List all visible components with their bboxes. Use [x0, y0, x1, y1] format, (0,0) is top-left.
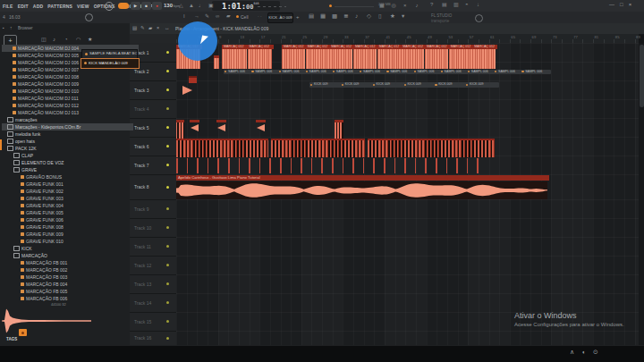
browser-item[interactable]: MARCAÇÃO MAICOM DJ 009: [2, 80, 139, 88]
wait-input-icon[interactable]: ♩: [199, 3, 204, 8]
pattern-clip[interactable]: SAMPL 006: [224, 70, 254, 75]
browser-item[interactable]: MARCAÇÃO FB 002: [2, 266, 147, 274]
overdub-icon[interactable]: ◎: [392, 3, 396, 8]
help-icon[interactable]: ?: [430, 2, 433, 7]
track-mute-led[interactable]: [166, 145, 169, 147]
track-mute-led[interactable]: [166, 337, 169, 340]
audio-clip[interactable]: [425, 49, 448, 69]
tray-expand-icon[interactable]: ∧: [570, 349, 574, 355]
pattern-clip-dense[interactable]: [271, 139, 365, 157]
arrow-clip[interactable]: [217, 124, 225, 131]
pattern-clip[interactable]: KICK 009: [341, 82, 375, 88]
typing-keyboard-icon[interactable]: ▦: [379, 3, 385, 8]
paint-tool-icon[interactable]: ▰: [148, 26, 152, 31]
track-mute-led[interactable]: [166, 164, 169, 166]
text-cursor-icon[interactable]: I: [183, 13, 185, 19]
pattern-clip[interactable]: SAMPL 006: [305, 70, 335, 75]
track-mute-led[interactable]: [166, 282, 169, 285]
audio-clip[interactable]: [401, 49, 424, 69]
track-mute-led[interactable]: [166, 88, 169, 91]
browser-item[interactable]: KICK: [2, 245, 140, 252]
browser-item[interactable]: GRAVÃO BONUS: [2, 173, 147, 181]
script-icon[interactable]: ▯: [378, 13, 382, 20]
pattern-clip[interactable]: KICK 009: [372, 82, 406, 88]
browser-item[interactable]: MARCAÇÃO MAICOM DJ 010: [2, 88, 139, 95]
speaker-icon[interactable]: ◖: [581, 349, 585, 355]
mixer-icon[interactable]: ≣: [343, 13, 348, 20]
audio-clip[interactable]: [449, 49, 472, 69]
track-header[interactable]: Track 12: [130, 256, 176, 275]
shuffle-slider[interactable]: [335, 6, 374, 7]
track-mute-led[interactable]: [166, 207, 169, 210]
track-header[interactable]: Track 15: [130, 312, 176, 332]
playlist-icon[interactable]: ▤: [309, 13, 314, 20]
track-header[interactable]: Track 13: [130, 274, 176, 294]
main-volume-knob[interactable]: [105, 2, 114, 11]
audio-clip[interactable]: [353, 49, 377, 69]
pattern-clip[interactable]: SAMPL 006: [412, 70, 443, 75]
link-icon[interactable]: ∞: [216, 13, 219, 19]
menu-item-edit[interactable]: EDIT: [18, 4, 29, 9]
tools-icon[interactable]: ★: [390, 13, 395, 20]
piano-roll-icon[interactable]: ▦: [320, 13, 326, 20]
browser-item[interactable]: GRAVE: [2, 166, 140, 173]
audio-icon[interactable]: ♪: [53, 37, 55, 42]
track-header[interactable]: Track 10: [130, 218, 176, 238]
erase-icon[interactable]: ×: [403, 3, 407, 8]
pattern-clip[interactable]: SAMPL 006: [386, 70, 416, 75]
track-mute-led[interactable]: [166, 301, 169, 304]
track-header[interactable]: Track 5: [130, 118, 176, 138]
pencil-icon[interactable]: ✎: [205, 13, 209, 19]
browser-item[interactable]: GRAVE FUNK 004: [2, 202, 147, 209]
browser-item[interactable]: MARCAÇÃO FB 003: [2, 274, 147, 281]
pattern-clip[interactable]: SAMPL 006: [250, 70, 281, 75]
browser-tab[interactable]: Browser: [18, 26, 33, 30]
track-header[interactable]: Track 6: [130, 137, 176, 156]
pattern-clip[interactable]: SAMPL 006: [467, 70, 497, 75]
feedback-icon[interactable]: ◓: [465, 2, 469, 7]
menu-item-view[interactable]: VIEW: [77, 4, 89, 9]
browser-item[interactable]: GRAVE FUNK 009: [2, 231, 147, 238]
render-icon[interactable]: ▥: [453, 2, 459, 7]
pattern-clip[interactable]: SAMPL 006: [332, 70, 362, 75]
audio-clip[interactable]: [377, 49, 401, 69]
slip-tool-icon[interactable]: ↔: [165, 26, 170, 31]
audio-clip[interactable]: [214, 58, 219, 69]
browser-item[interactable]: Marcações - Kidepontos.COm.Br: [2, 123, 133, 130]
pattern-clip[interactable]: KICK 009: [309, 82, 343, 88]
song-position-slider[interactable]: [258, 6, 286, 7]
mini-clip[interactable]: [189, 76, 197, 83]
track-mute-led[interactable]: [166, 264, 169, 266]
track-header[interactable]: Track 8: [130, 174, 176, 200]
add-pattern-button[interactable]: +: [296, 14, 300, 20]
pattern-clip[interactable]: SAMPL 006: [521, 70, 551, 75]
play-button[interactable]: ▶: [131, 2, 140, 10]
touch-icon[interactable]: ◇: [367, 13, 371, 20]
audio-clip[interactable]: [282, 49, 305, 69]
browser-item[interactable]: GRAVE FUNK 005: [2, 209, 147, 216]
clip-name-bar[interactable]: Apelido Carinhoso - Gusttavo Lima Piano …: [176, 175, 549, 181]
browser-item[interactable]: GRAVE FUNK 008: [2, 223, 147, 231]
browser-item[interactable]: open hats: [2, 138, 133, 145]
menu-item-file[interactable]: FILE: [3, 4, 13, 9]
pattern-clip[interactable]: KICK 009: [465, 82, 499, 88]
browser-item[interactable]: marcações: [2, 116, 133, 123]
pattern-selector[interactable]: KICK .ÃO 009: [267, 13, 293, 23]
recent-icon[interactable]: ◔: [64, 37, 68, 42]
maximize-button[interactable]: □: [620, 2, 623, 7]
monitor-icon[interactable]: △: [179, 3, 183, 8]
browser-item[interactable]: ELEMENTO DE VOZ: [2, 159, 140, 166]
pattern-clip[interactable]: KICK 009: [402, 82, 436, 88]
save-icon[interactable]: ▤: [442, 2, 447, 7]
browser-item[interactable]: MARCAÇÃO MAICOM DJ 012: [2, 102, 139, 109]
track-mute-led[interactable]: [166, 226, 169, 229]
download-icon[interactable]: ↓: [477, 2, 479, 7]
pattern-clip[interactable]: SAMPL 006: [277, 70, 308, 75]
browser-item[interactable]: GRAVE FUNK 001: [2, 181, 147, 188]
file-icon[interactable]: ◫: [41, 37, 47, 42]
metronome-icon[interactable]: ▲: [189, 3, 194, 8]
pattern-clip[interactable]: SAMPL 006: [494, 70, 524, 75]
browser-item[interactable]: GRAVE FUNK 006: [2, 216, 147, 223]
arrow-clip[interactable]: [191, 124, 199, 131]
track-mute-led[interactable]: [166, 245, 169, 248]
